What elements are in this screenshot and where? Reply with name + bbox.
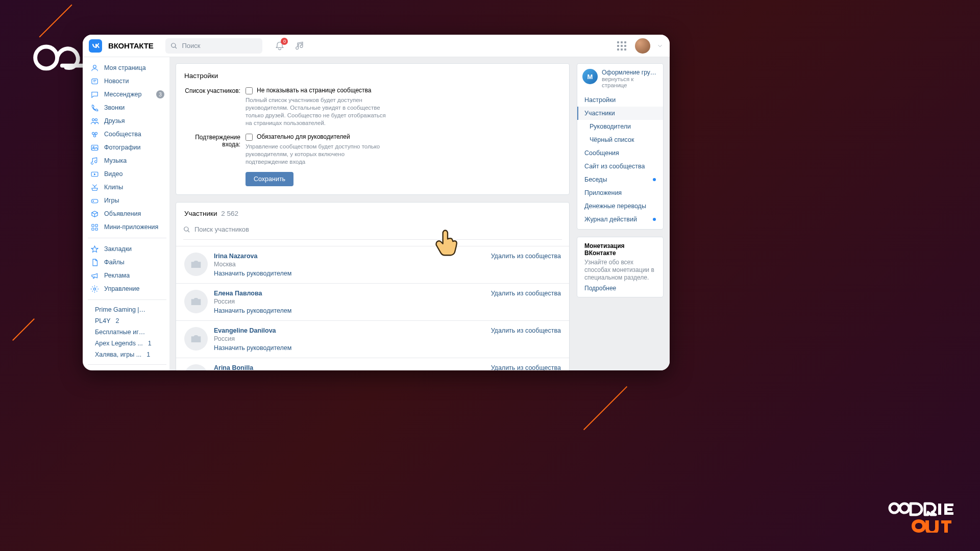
svg-point-0 — [35, 47, 57, 69]
members-search-input[interactable]: Поиск участников — [183, 223, 562, 240]
search-placeholder: Поиск участников — [194, 226, 249, 233]
sidebar-item-video[interactable]: Видео — [87, 167, 167, 181]
assign-manager-link[interactable]: Назначить руководителем — [214, 344, 485, 352]
member-avatar[interactable] — [184, 327, 208, 350]
group-avatar-icon: M — [582, 69, 598, 84]
user-avatar[interactable] — [635, 38, 650, 54]
assign-manager-link[interactable]: Назначить руководителем — [214, 307, 485, 314]
svg-rect-3 — [91, 79, 97, 84]
rnav-managers[interactable]: Руководители — [577, 120, 663, 133]
sidebar-item-calls[interactable]: Звонки — [87, 101, 167, 114]
apps-grid-button[interactable] — [615, 39, 629, 53]
pointer-hand-icon — [432, 227, 463, 257]
svg-point-36 — [890, 504, 899, 513]
member-avatar[interactable] — [184, 253, 208, 276]
svg-rect-13 — [91, 224, 93, 226]
rnav-blacklist[interactable]: Чёрный список — [577, 133, 663, 146]
decor-line-icon — [583, 386, 627, 430]
sidebar-item-music[interactable]: Музыка — [87, 154, 167, 167]
sidebar-item-news[interactable]: Новости — [87, 74, 167, 88]
badge: 3 — [156, 90, 164, 98]
member-name[interactable]: Arina Bonilla — [214, 364, 485, 370]
music-button[interactable] — [293, 39, 307, 53]
camera-deactivated-icon — [189, 332, 203, 346]
checkbox-input[interactable] — [246, 134, 253, 141]
member-avatar[interactable] — [184, 364, 208, 370]
search-placeholder: Поиск — [182, 42, 200, 49]
member-location: Россия — [214, 298, 485, 305]
right-nav-list: Настройки Участники Руководители Чёрный … — [577, 93, 663, 229]
monet-link[interactable]: Подробнее — [584, 285, 656, 292]
sidebar-item-friends[interactable]: Друзья — [87, 114, 167, 128]
user-icon — [90, 64, 99, 72]
dot-indicator-icon — [653, 178, 656, 181]
apps-icon — [90, 223, 99, 232]
group-header[interactable]: M Оформление групп и диз... вернуться к … — [577, 64, 663, 93]
svg-point-2 — [93, 65, 96, 68]
assign-manager-link[interactable]: Назначить руководителем — [214, 270, 485, 277]
notifications-button[interactable]: 0 — [273, 39, 287, 53]
sidebar-item-files[interactable]: Файлы — [87, 256, 167, 269]
svg-point-8 — [93, 135, 95, 137]
gear-icon — [90, 285, 99, 293]
settings-title: Настройки — [184, 72, 561, 80]
member-name[interactable]: Елена Павлова — [214, 290, 485, 297]
rnav-money[interactable]: Денежные переводы — [577, 199, 663, 213]
sidebar-item-bookmarks[interactable]: Закладки — [87, 242, 167, 256]
phone-icon — [90, 104, 99, 112]
rnav-settings[interactable]: Настройки — [577, 93, 663, 107]
rnav-apps[interactable]: Приложения — [577, 186, 663, 199]
vk-logo-icon[interactable] — [89, 39, 102, 53]
member-avatar[interactable] — [184, 290, 208, 313]
rnav-chats[interactable]: Беседы — [577, 173, 663, 186]
rnav-members[interactable]: Участники — [577, 107, 663, 120]
member-name[interactable]: Evangeline Danilova — [214, 327, 485, 334]
video-icon — [90, 170, 99, 179]
sidebar-item-messenger[interactable]: Мессенджер3 — [87, 88, 167, 101]
sidebar-group-link[interactable]: Prime Gaming | Tв... — [87, 304, 167, 315]
sidebar-item-miniapps[interactable]: Мини-приложения — [87, 220, 167, 234]
sidebar-group-link[interactable]: Бесплатные игры — [87, 327, 167, 338]
sidebar-group-link[interactable]: Халява, игры ...1 — [87, 349, 167, 360]
sidebar-group-link[interactable]: PL4Y2 — [87, 315, 167, 327]
checkbox-input[interactable] — [246, 87, 253, 94]
rnav-messages[interactable]: Сообщения — [577, 146, 663, 160]
checkbox-hide-members[interactable]: Не показывать на странице сообщества — [246, 87, 561, 94]
remove-member-link[interactable]: Удалить из сообщества — [491, 253, 561, 260]
dot-indicator-icon — [653, 218, 656, 221]
member-location: Россия — [214, 335, 485, 342]
sidebar-item-games[interactable]: Игры — [87, 194, 167, 207]
sidebar-item-deserter[interactable]: Дезертир — [87, 369, 167, 370]
rnav-log[interactable]: Журнал действий — [577, 213, 663, 226]
rnav-site[interactable]: Сайт из сообщества — [577, 160, 663, 173]
badge: 1 — [146, 351, 150, 358]
remove-member-link[interactable]: Удалить из сообщества — [491, 290, 561, 297]
sidebar-item-my-page[interactable]: Моя страница — [87, 61, 167, 74]
settings-card: Настройки Список участников: Не показыва… — [176, 63, 570, 195]
clips-icon — [90, 183, 99, 192]
group-title: Оформление групп и диз... — [602, 69, 658, 76]
remove-member-link[interactable]: Удалить из сообщества — [491, 364, 561, 370]
file-icon — [90, 258, 99, 267]
save-button[interactable]: Сохранить — [246, 172, 293, 186]
member-row: Irina Nazarova Москва Назначить руководи… — [176, 246, 569, 283]
member-row: Evangeline Danilova Россия Назначить рук… — [176, 320, 569, 358]
global-search-input[interactable]: Поиск — [165, 38, 262, 54]
svg-point-6 — [92, 132, 94, 134]
sidebar-item-photos[interactable]: Фотографии — [87, 141, 167, 154]
remove-member-link[interactable]: Удалить из сообщества — [491, 327, 561, 334]
checkbox-require-2fa[interactable]: Обязательно для руководителей — [246, 133, 561, 141]
grid-icon — [617, 41, 626, 51]
sidebar-item-ads[interactable]: Объявления — [87, 207, 167, 220]
user-menu-toggle[interactable] — [656, 39, 664, 53]
friends-icon — [90, 117, 99, 126]
sidebar-item-clips[interactable]: Клипы — [87, 181, 167, 194]
svg-rect-15 — [91, 228, 93, 230]
svg-point-4 — [92, 118, 94, 120]
sidebar-item-communities[interactable]: Сообщества — [87, 128, 167, 141]
camera-deactivated-icon — [189, 369, 203, 370]
sidebar-item-manage[interactable]: Управление — [87, 282, 167, 295]
brand-label: ВКОНТАКТЕ — [108, 41, 153, 50]
sidebar-group-link[interactable]: Apex Legends ...1 — [87, 338, 167, 349]
sidebar-item-advertising[interactable]: Реклама — [87, 269, 167, 282]
